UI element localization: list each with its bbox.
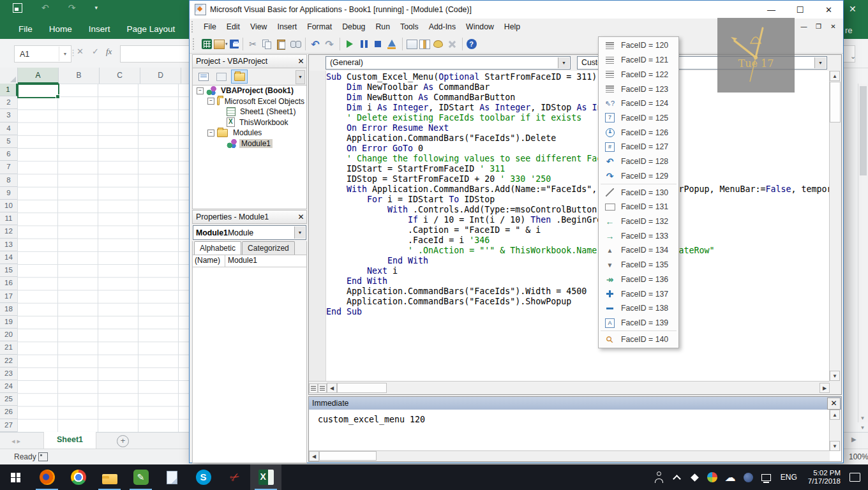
popup-item-faceid-133[interactable]: →FaceID = 133 xyxy=(599,228,678,243)
tab-categorized[interactable]: Categorized xyxy=(242,241,295,255)
sheet-tab-sheet1[interactable]: Sheet1 xyxy=(43,432,96,450)
properties-window-icon[interactable] xyxy=(419,40,430,49)
expander-icon[interactable]: − xyxy=(207,98,214,105)
immediate-horizontal-scrollbar[interactable]: ◀ xyxy=(309,450,830,461)
close-icon[interactable]: ✕ xyxy=(814,1,843,19)
menu-help[interactable]: Help xyxy=(499,19,525,34)
share-button-fragment[interactable]: re xyxy=(845,26,853,35)
vba-titlebar[interactable]: Microsoft Visual Basic for Applications … xyxy=(190,1,843,19)
worksheet-grid[interactable] xyxy=(17,84,189,432)
clock-app-icon[interactable] xyxy=(740,468,756,486)
save-icon[interactable] xyxy=(13,3,22,13)
redo-icon[interactable]: ↷ xyxy=(68,3,76,13)
taskbar-snipping-tool[interactable] xyxy=(219,464,250,490)
row-header-20[interactable]: 20 xyxy=(0,329,17,341)
select-all-corner[interactable] xyxy=(0,68,18,84)
tab-alphabetic[interactable]: Alphabetic xyxy=(194,241,241,255)
popup-item-faceid-134[interactable]: ▲FaceID = 134 xyxy=(599,243,678,258)
excel-vertical-scrollbar[interactable] xyxy=(858,84,868,422)
toggle-folders-button[interactable] xyxy=(231,70,248,84)
row-header-19[interactable]: 19 xyxy=(0,316,17,329)
language-indicator[interactable]: ENG xyxy=(776,473,802,482)
tree-item-vbaproject-book1-[interactable]: −VBAProject (Book1) xyxy=(193,85,306,96)
popup-item-faceid-130[interactable]: FaceID = 130 xyxy=(599,185,678,200)
column-header-c[interactable]: C xyxy=(100,68,140,84)
action-center-icon[interactable] xyxy=(847,468,863,486)
popup-item-faceid-140[interactable]: ⚲FaceID = 140 xyxy=(599,332,678,346)
tree-item-thisworkbook[interactable]: ThisWorkbook xyxy=(193,117,306,128)
name-box[interactable]: A1 ▼ xyxy=(14,45,71,63)
help-icon[interactable] xyxy=(467,39,477,49)
row-header-4[interactable]: 4 xyxy=(0,122,17,135)
row-header-9[interactable]: 9 xyxy=(0,187,17,200)
row-header-24[interactable]: 24 xyxy=(0,380,17,393)
menu-format[interactable]: Format xyxy=(302,19,337,34)
menu-edit[interactable]: Edit xyxy=(221,19,245,34)
code-horizontal-scrollbar[interactable]: ◀ ▶ xyxy=(309,381,830,394)
maximize-icon[interactable]: ☐ xyxy=(786,1,814,19)
taskbar-start[interactable] xyxy=(0,464,31,490)
mdi-restore-icon[interactable]: ❐ xyxy=(812,22,825,33)
dropdown-icon[interactable]: ▼ xyxy=(558,57,569,68)
insert-function-icon[interactable]: fx xyxy=(106,47,112,57)
row-header-5[interactable]: 5 xyxy=(0,135,17,148)
cancel-icon[interactable]: ✕ xyxy=(77,47,84,56)
ribbon-collapse-icon[interactable]: ⌄ xyxy=(850,52,856,61)
paste-icon[interactable] xyxy=(275,38,287,50)
dropbox-icon[interactable] xyxy=(687,468,703,486)
popup-item-faceid-123[interactable]: FaceID = 123 xyxy=(599,82,678,96)
ribbon-tab-home[interactable]: Home xyxy=(41,19,80,39)
view-excel-icon[interactable] xyxy=(202,39,212,49)
row-header-21[interactable]: 21 xyxy=(0,341,17,354)
object-dropdown[interactable]: (General) ▼ xyxy=(326,56,571,70)
people-icon[interactable] xyxy=(651,468,667,486)
project-panel-header[interactable]: Project - VBAProject ✕ xyxy=(192,54,307,68)
taskbar-notepad[interactable] xyxy=(156,464,188,490)
popup-item-faceid-138[interactable]: FaceID = 138 xyxy=(599,301,678,316)
run-icon[interactable] xyxy=(344,38,356,50)
expander-icon[interactable]: − xyxy=(207,130,214,137)
find-icon[interactable] xyxy=(289,38,301,50)
row-header-10[interactable]: 10 xyxy=(0,200,17,212)
scroll-right-icon[interactable]: ▶ xyxy=(851,436,857,443)
enter-icon[interactable]: ✓ xyxy=(92,47,99,56)
scroll-down-icon[interactable]: ▼ xyxy=(830,371,840,381)
taskbar-explorer[interactable] xyxy=(94,464,125,490)
clock-widget[interactable]: Tue 17 xyxy=(717,18,795,93)
menu-view[interactable]: View xyxy=(245,19,272,34)
row-header-3[interactable]: 3 xyxy=(0,109,17,122)
panel-overflow-icon[interactable]: ▼ xyxy=(296,70,305,84)
menu-window[interactable]: Window xyxy=(461,19,499,34)
code-vertical-scrollbar[interactable]: ▲ ▼ xyxy=(829,71,841,381)
onedrive-icon[interactable]: ☁ xyxy=(722,468,738,486)
redo-icon[interactable]: ↷ xyxy=(324,38,336,50)
popup-item-faceid-132[interactable]: ←FaceID = 132 xyxy=(599,214,678,229)
excel-close-icon[interactable]: ✕ xyxy=(849,4,857,14)
scroll-left-icon[interactable]: ◀ xyxy=(327,383,337,393)
dropdown-icon[interactable]: ▾ xyxy=(225,41,228,47)
view-object-button[interactable] xyxy=(213,70,230,84)
zoom-level[interactable]: 100% xyxy=(849,452,868,461)
ribbon-tab-insert[interactable]: Insert xyxy=(80,19,119,39)
popup-item-faceid-127[interactable]: #FaceID = 127 xyxy=(599,140,678,154)
row-header-1[interactable]: 1 xyxy=(0,84,17,96)
row-header-16[interactable]: 16 xyxy=(0,277,17,290)
row-header-14[interactable]: 14 xyxy=(0,251,17,264)
close-icon[interactable]: ✕ xyxy=(296,56,306,66)
break-icon[interactable] xyxy=(358,38,370,50)
tree-item-sheet1-sheet1-[interactable]: Sheet1 (Sheet1) xyxy=(193,107,306,117)
code-editor[interactable]: Sub Custom_Excel_Menu(Optional StartFrom… xyxy=(310,71,829,381)
project-explorer-icon[interactable] xyxy=(407,40,417,49)
properties-object-selector[interactable]: Module1 Module ▼ xyxy=(193,225,306,240)
code-margin[interactable] xyxy=(310,71,326,381)
undo-icon[interactable]: ↶ xyxy=(310,38,322,50)
immediate-input[interactable]: custom_excel_menu 120 xyxy=(309,410,830,451)
reset-icon[interactable] xyxy=(372,38,384,50)
menu-addins[interactable]: Add-Ins xyxy=(424,19,461,34)
popup-item-faceid-136[interactable]: ↠FaceID = 136 xyxy=(599,272,678,287)
undo-icon[interactable]: ↶ xyxy=(41,3,49,13)
properties-panel-header[interactable]: Properties - Module1 ✕ xyxy=(192,210,307,224)
scrollbar-thumb[interactable] xyxy=(830,82,841,122)
macro-record-icon[interactable] xyxy=(38,452,48,461)
cut-icon[interactable]: ✂ xyxy=(247,38,259,50)
